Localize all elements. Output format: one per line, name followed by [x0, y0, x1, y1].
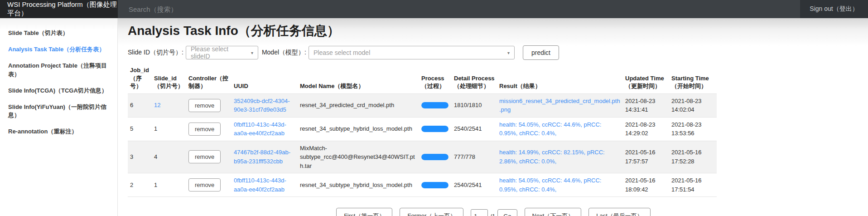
predict-button[interactable]: predict: [523, 45, 559, 60]
starting-time-cell: 2021-05-16 17:52:28: [671, 141, 717, 173]
job-id-cell: 3: [128, 141, 154, 173]
chevron-down-icon: ▾: [251, 50, 253, 55]
column-header-slide-id: Slide_id（切片号）: [154, 64, 188, 93]
table-row: 5 1 remove 0fbff110-413c-443d-aa0a-ee40f…: [128, 117, 717, 141]
sidebar-item-slide-table[interactable]: Slide Table（切片表）: [8, 29, 109, 37]
starting-time-cell: 2021-08-23 13:53:56: [671, 117, 717, 141]
sidebar-item-slide-info-tcga[interactable]: Slide Info(TCGA)（TCGA切片信息）: [8, 87, 109, 95]
sidebar-item-annotation-project-table[interactable]: Annotation Project Table（注释项目表）: [8, 62, 109, 78]
remove-button[interactable]: remove: [188, 99, 221, 112]
header-bar: WSI Processing Platform（图像处理平台） Sign out…: [0, 0, 868, 18]
detail-process-cell: 2540/2541: [454, 173, 499, 197]
model-name-cell: resnet_34_subtype_hybrid_loss_model.pth: [300, 173, 421, 197]
pagination-go-button[interactable]: Go: [497, 209, 517, 216]
slide-id-link[interactable]: 12: [154, 102, 160, 108]
updated-time-cell: 2021-08-23 14:31:41: [625, 93, 671, 117]
table-row: 3 4 remove 47467b2f-88d2-49ab-b95a-231ff…: [128, 141, 717, 173]
page-jump-group: /1 Go: [471, 209, 517, 216]
detail-process-cell: 1810/1810: [454, 93, 499, 117]
column-header-controller: Controller（控制器）: [188, 64, 234, 93]
slide-id-cell: 1: [154, 117, 188, 141]
column-header-result: Result（结果）: [499, 64, 625, 93]
table-row: 2 1 remove 0fbff110-413c-443d-aa0a-ee40f…: [128, 173, 717, 197]
column-header-process: Process（过程）: [421, 64, 454, 93]
page-number-input[interactable]: [471, 209, 488, 216]
column-header-starting-time: Starting Time（开始时间）: [671, 64, 717, 93]
sidebar-item-slide-info-yifuyuan[interactable]: Slide Info(YiFuYuan)（一附院切片信息）: [8, 103, 109, 119]
brand-title: WSI Processing Platform（图像处理平台）: [0, 0, 118, 18]
main-panel: Analysis Task Info（分析任务信息） Slide ID（切片号）…: [118, 18, 868, 216]
pagination-first-button[interactable]: First（第一页）: [336, 208, 392, 216]
page-title: Analysis Task Info（分析任务信息）: [128, 22, 859, 40]
model-name-cell: resnet_34_predicted_crd_model.pth: [300, 93, 421, 117]
result-link[interactable]: health: 54.05%, ccRCC: 44.6%, pRCC: 0.95…: [499, 121, 601, 137]
column-header-model-name: Model Name（模型名）: [300, 64, 421, 93]
app-window: WSI Processing Platform（图像处理平台） Sign out…: [0, 0, 868, 216]
column-header-job-id: Job_id（序号）: [128, 64, 154, 93]
column-header-detail-process: Detail Process（处理细节）: [454, 64, 499, 93]
uuid-link[interactable]: 0fbff110-413c-443d-aa0a-ee40f2cf2aab: [234, 177, 286, 193]
sidebar: Slide Table（切片表） Analysis Task Table（分析任…: [0, 18, 118, 216]
slide-id-select-placeholder: Please select slideID: [191, 45, 247, 60]
sidebar-item-re-annotation[interactable]: Re-annotation（重标注）: [8, 128, 109, 136]
slide-id-filter-label: Slide ID（切片号）:: [128, 49, 183, 57]
model-filter-label: Model（模型）:: [262, 49, 306, 57]
progress-bar: [421, 154, 448, 160]
table-header-row: Job_id（序号） Slide_id（切片号） Controller（控制器）…: [128, 64, 717, 93]
slide-id-select[interactable]: Please select slideID ▾: [186, 46, 258, 59]
detail-process-cell: 2540/2541: [454, 117, 499, 141]
starting-time-cell: 2021-08-23 14:02:04: [671, 93, 717, 117]
search-input[interactable]: [118, 0, 800, 18]
slide-id-cell: 4: [154, 141, 188, 173]
updated-time-cell: 2021-05-16 17:57:57: [625, 141, 671, 173]
table-row: 6 12 remove 352409cb-dcf2-4304-90e3-31cf…: [128, 93, 717, 117]
pagination-last-button[interactable]: Last（最后一页）: [588, 208, 651, 216]
detail-process-cell: 777/778: [454, 141, 499, 173]
starting-time-cell: 2021-05-16 17:51:54: [671, 173, 717, 197]
model-select-placeholder: Please select model: [313, 49, 370, 56]
sidebar-item-analysis-task-table[interactable]: Analysis Task Table（分析任务表）: [8, 45, 109, 54]
uuid-link[interactable]: 0fbff110-413c-443d-aa0a-ee40f2cf2aab: [234, 121, 286, 137]
pagination-next-button[interactable]: Next（下一页）: [525, 208, 582, 216]
content-area: Slide Table（切片表） Analysis Task Table（分析任…: [0, 18, 868, 216]
result-link[interactable]: mission6_resnet_34_predicted_crd_model.p…: [499, 98, 620, 113]
page-total-label: /1: [490, 213, 495, 216]
result-link[interactable]: health: 14.99%, ccRCC: 82.15%, pRCC: 2.8…: [499, 149, 605, 165]
pagination-bar: First（第一页） Former（上一页） /1 Go Next（下一页） L…: [128, 208, 859, 216]
analysis-task-table: Job_id（序号） Slide_id（切片号） Controller（控制器）…: [128, 64, 717, 197]
job-id-cell: 2: [128, 173, 154, 197]
progress-bar: [421, 126, 448, 132]
model-name-cell: MixMatch-subtype_rcc@400@Resynet34@40WSI…: [300, 141, 421, 173]
model-select[interactable]: Please select model ▾: [309, 46, 515, 59]
updated-time-cell: 2021-05-16 18:09:42: [625, 173, 671, 197]
remove-button[interactable]: remove: [188, 123, 221, 136]
pagination-former-button[interactable]: Former（上一页）: [400, 208, 463, 216]
job-id-cell: 5: [128, 117, 154, 141]
slide-id-cell: 1: [154, 173, 188, 197]
sign-out-button[interactable]: Sign out（登出）: [800, 0, 868, 18]
chevron-down-icon: ▾: [507, 50, 510, 55]
uuid-link[interactable]: 47467b2f-88d2-49ab-b95a-231fff532cbb: [234, 149, 290, 165]
remove-button[interactable]: remove: [188, 178, 221, 191]
progress-bar: [421, 182, 448, 188]
uuid-link[interactable]: 352409cb-dcf2-4304-90e3-31cf7d9e03d5: [234, 98, 290, 113]
model-name-cell: resnet_34_subtype_hybrid_loss_model.pth: [300, 117, 421, 141]
updated-time-cell: 2021-08-23 14:29:02: [625, 117, 671, 141]
job-id-cell: 6: [128, 93, 154, 117]
remove-button[interactable]: remove: [188, 150, 221, 163]
result-link[interactable]: health: 54.05%, ccRCC: 44.6%, pRCC: 0.95…: [499, 177, 601, 193]
progress-bar: [421, 102, 448, 108]
filter-row: Slide ID（切片号）: Please select slideID ▾ M…: [128, 45, 859, 60]
column-header-uuid: UUID: [234, 64, 300, 93]
column-header-updated-time: Updated Time（更新时间）: [625, 64, 671, 93]
